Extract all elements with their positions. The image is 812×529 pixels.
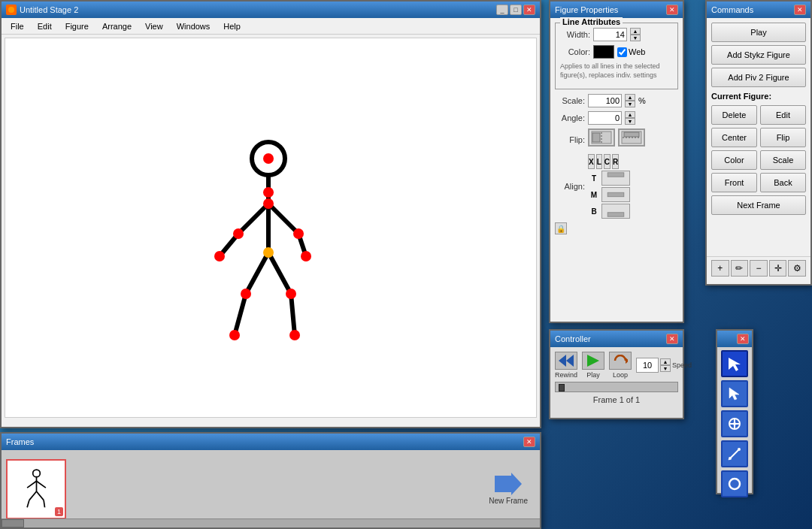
arrow-tool-btn[interactable] [721,350,748,377]
align-b-label: B [588,204,600,219]
align-r[interactable]: R [612,154,619,169]
controller-close[interactable]: ✕ [666,334,678,344]
flip-v-btn[interactable] [618,128,645,147]
maximize-btn[interactable]: □ [510,5,522,15]
front-button[interactable]: Front [711,173,757,192]
color-scale-row: Color Scale [711,150,806,170]
rewind-icon[interactable] [555,352,577,370]
width-input[interactable] [593,28,627,41]
svg-point-51 [733,422,736,425]
color-swatch[interactable] [593,45,614,59]
scale-down[interactable]: ▼ [625,101,635,107]
align-x[interactable]: X [588,154,595,169]
svg-marker-43 [559,355,566,367]
canvas-area[interactable] [5,38,537,418]
minimize-btn[interactable]: _ [496,5,508,15]
center-button[interactable]: Center [711,128,757,147]
figure-props-close[interactable]: ✕ [666,5,678,15]
menu-edit[interactable]: Edit [32,20,58,32]
menu-help[interactable]: Help [217,20,247,32]
svg-point-56 [729,479,740,489]
settings-tool-btn[interactable]: ⚙ [788,260,806,277]
align-bot-btn[interactable] [601,204,630,219]
play-cmd-button[interactable]: Play [711,23,806,42]
svg-marker-44 [587,355,599,367]
align-m-label: M [588,187,600,202]
remove-tool-btn[interactable]: − [750,260,768,277]
slider-track[interactable] [555,382,678,392]
move-tool-btn[interactable]: ✛ [769,260,787,277]
speed-control: ▲ ▼ Speed [636,358,692,373]
svg-line-29 [36,491,44,500]
stick-figure[interactable] [208,136,329,348]
add-stykz-button[interactable]: Add Stykz Figure [711,45,806,65]
web-label: Web [629,47,645,56]
add-tool-btn[interactable]: + [711,260,729,277]
slider-thumb[interactable] [559,384,565,391]
play-icon[interactable] [582,352,604,370]
angle-label: Angle: [555,113,585,122]
delete-button[interactable]: Delete [711,105,757,125]
commands-close[interactable]: ✕ [794,5,806,15]
flip-h-btn[interactable] [588,128,615,147]
menu-windows[interactable]: Windows [171,20,217,32]
frames-scrollbar[interactable] [2,518,540,527]
props-note: Applies to all lines in the selected fig… [560,62,673,80]
scale-input[interactable] [588,94,622,107]
next-frame-button[interactable]: Next Frame [711,195,806,215]
color-button[interactable]: Color [711,150,757,170]
delete-edit-row: Delete Edit [711,105,806,125]
lock-icon[interactable]: 🔒 [555,222,567,234]
frame-number-badge: 1 [55,507,63,516]
align-row: Align: X L C R T M [555,154,678,219]
svg-point-17 [293,228,304,239]
menu-view[interactable]: View [139,20,169,32]
align-l[interactable]: L [596,154,602,169]
svg-point-19 [263,247,274,258]
color-row: Color: Web [560,45,673,59]
controller-titlebar: Controller ✕ [550,331,683,347]
back-button[interactable]: Back [760,173,806,192]
scale-up[interactable]: ▲ [625,94,635,101]
speed-down[interactable]: ▼ [660,365,671,372]
speed-up[interactable]: ▲ [660,358,671,365]
scale-button[interactable]: Scale [760,150,806,170]
select-tool-btn[interactable] [721,380,748,407]
web-checkbox[interactable]: Web [617,47,645,57]
svg-line-52 [730,449,739,458]
frames-close-btn[interactable]: ✕ [523,437,535,447]
angle-down[interactable]: ▼ [625,118,635,125]
svg-line-31 [44,500,44,508]
menu-figure[interactable]: Figure [59,20,95,32]
angle-input[interactable] [588,111,622,125]
width-down[interactable]: ▼ [630,35,641,41]
width-up[interactable]: ▲ [630,28,641,35]
add-piv2-button[interactable]: Add Piv 2 Figure [711,68,806,87]
rewind-button[interactable]: Rewind [555,352,577,379]
playback-slider[interactable] [555,382,678,392]
flip-button[interactable]: Flip [760,128,806,147]
pen-tool-btn[interactable] [721,440,748,467]
svg-rect-41 [607,213,624,216]
align-mid-btn[interactable] [601,187,630,202]
current-figure-label: Current Figure: [711,92,806,101]
menu-arrange[interactable]: Arrange [96,20,138,32]
tool-panel-close[interactable]: ✕ [737,334,749,344]
line-attributes-title: Line Attributes [560,17,623,26]
frame-1-thumb[interactable]: 1 [6,459,66,519]
align-top-btn[interactable] [601,171,630,186]
edit-tool-btn[interactable]: ✏ [731,260,749,277]
close-btn[interactable]: ✕ [523,5,535,15]
new-frame-button[interactable]: New Frame [489,473,528,505]
web-check[interactable] [617,47,627,57]
align-c[interactable]: C [604,154,611,169]
speed-input[interactable] [636,358,659,373]
edit-button[interactable]: Edit [760,105,806,125]
angle-up[interactable]: ▲ [625,111,635,118]
loop-button[interactable]: Loop [609,352,632,379]
transform-tool-btn[interactable] [721,410,748,437]
play-button[interactable]: Play [582,352,604,379]
loop-icon[interactable] [609,352,632,370]
menu-file[interactable]: File [5,20,30,32]
circle-tool-btn[interactable] [721,470,748,497]
